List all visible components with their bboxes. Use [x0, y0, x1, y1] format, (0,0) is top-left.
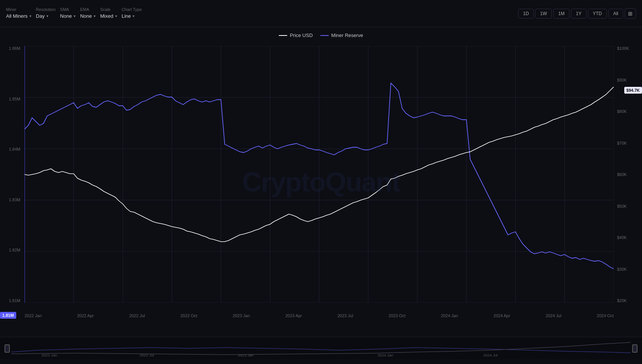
toolbar-right: 1D 1W 1M 1Y YTD All ⊞ — [518, 8, 636, 19]
mini-label-2024jul: 2024 Jul — [483, 353, 498, 357]
price-legend-item: Price USD — [279, 32, 313, 38]
chart-legend: Price USD Miner Reserve — [279, 32, 363, 38]
y-right-70k: $70K — [617, 141, 627, 145]
time-button-1w[interactable]: 1W — [535, 9, 552, 19]
mini-chart: 2022 Jan 2022 Jul 2023 Jan 2024 Jan 2024… — [0, 337, 642, 359]
x-label-2022apr: 2022 Apr — [77, 313, 94, 318]
mini-label-2022jan: 2022 Jan — [42, 353, 57, 357]
x-label-2022oct: 2022 Oct — [181, 313, 198, 318]
miner-dropdown[interactable]: All Miners ▾ — [6, 12, 31, 20]
scale-label: Scale — [100, 7, 117, 12]
y-right-80k: $80K — [617, 109, 627, 114]
y-left-6: 1.81M — [9, 298, 20, 303]
scale-value: Mixed — [100, 13, 113, 19]
resolution-label: Resolution — [36, 7, 56, 12]
calendar-button[interactable]: ⊞ — [625, 8, 636, 19]
miner-dropdown-group: Miner All Miners ▾ — [6, 7, 31, 20]
time-button-ytd[interactable]: YTD — [588, 9, 607, 19]
x-axis: 2022 Jan 2022 Apr 2022 Jul 2022 Oct 2023… — [25, 313, 614, 318]
sma-dropdown[interactable]: None ▾ — [60, 12, 76, 20]
scale-chevron-icon: ▾ — [115, 14, 117, 18]
calendar-icon: ⊞ — [628, 11, 633, 17]
price-tooltip-value: $94.7K — [627, 88, 640, 93]
sma-label: SMA — [60, 7, 76, 12]
x-label-2024jul: 2024 Jul — [546, 313, 562, 318]
x-label-2023jul: 2023 Jul — [337, 313, 353, 318]
chart-type-dropdown-group: Chart Type Line ▾ — [122, 7, 142, 20]
y-left-2: 1.85M — [9, 97, 20, 101]
price-legend-line — [279, 35, 287, 36]
x-label-2024oct: 2024 Oct — [597, 313, 614, 318]
y-right-30k: $30K — [617, 267, 627, 271]
y-left-3: 1.84M — [9, 147, 20, 151]
x-label-2024jan: 2024 Jan — [441, 313, 458, 318]
mini-chart-svg: 2022 Jan 2022 Jul 2023 Jan 2024 Jan 2024… — [0, 337, 642, 359]
chart-type-chevron-icon: ▾ — [133, 14, 134, 18]
toolbar-left: Miner All Miners ▾ Resolution Day ▾ SMA … — [6, 7, 515, 20]
sma-chevron-icon: ▾ — [74, 14, 76, 18]
ema-dropdown[interactable]: None ▾ — [80, 12, 96, 20]
chart-type-value: Line — [122, 13, 131, 19]
x-label-2023apr: 2023 Apr — [286, 313, 302, 318]
resolution-value: Day — [36, 13, 45, 19]
reserve-label: 1.81M — [0, 312, 16, 319]
ema-value: None — [80, 13, 92, 19]
mini-label-2023jan: 2023 Jan — [238, 353, 253, 357]
y-axis-right: $100K $90K $80K $70K $60K $50K $40K $30K… — [615, 46, 642, 303]
y-left-4: 1.83M — [9, 197, 20, 202]
time-button-1y[interactable]: 1Y — [571, 9, 586, 19]
y-right-50k: $50K — [617, 204, 627, 208]
x-label-2023jan: 2023 Jan — [233, 313, 250, 318]
miner-value: All Miners — [6, 13, 28, 19]
x-label-2024apr: 2024 Apr — [494, 313, 510, 318]
sma-dropdown-group: SMA None ▾ — [60, 7, 76, 20]
ema-chevron-icon: ▾ — [94, 14, 96, 18]
sma-value: None — [60, 13, 72, 19]
mini-handle-right[interactable] — [632, 344, 637, 353]
price-legend-label: Price USD — [290, 32, 313, 38]
time-button-all[interactable]: All — [608, 9, 623, 19]
y-right-90k: $90K — [617, 78, 627, 82]
miner-chevron-icon: ▾ — [29, 14, 31, 18]
chart-type-label: Chart Type — [122, 7, 142, 12]
resolution-chevron-icon: ▾ — [46, 14, 48, 18]
scale-dropdown[interactable]: Mixed ▾ — [100, 12, 117, 20]
chart-svg — [25, 46, 614, 303]
scale-dropdown-group: Scale Mixed ▾ — [100, 7, 117, 20]
price-tooltip: $94.7K — [624, 87, 642, 94]
ema-dropdown-group: EMA None ▾ — [80, 7, 96, 20]
reserve-legend-line — [320, 35, 329, 36]
miner-label: Miner — [6, 7, 31, 12]
y-right-100k: $100K — [617, 46, 629, 51]
chart-container: Price USD Miner Reserve 1.86M 1.85M 1.84… — [0, 27, 642, 337]
mini-handle-left[interactable] — [5, 344, 10, 353]
y-right-60k: $60K — [617, 172, 627, 177]
grid-lines — [25, 46, 614, 303]
reserve-legend-label: Miner Reserve — [331, 32, 363, 38]
x-label-2023oct: 2023 Oct — [389, 313, 406, 318]
mini-label-2024jan: 2024 Jan — [378, 353, 393, 357]
ema-label: EMA — [80, 7, 96, 12]
time-button-1m[interactable]: 1M — [553, 9, 569, 19]
y-right-40k: $40K — [617, 235, 627, 240]
y-left-5: 1.82M — [9, 248, 20, 252]
resolution-dropdown[interactable]: Day ▾ — [36, 12, 56, 20]
resolution-dropdown-group: Resolution Day ▾ — [36, 7, 56, 20]
y-left-1: 1.86M — [9, 46, 20, 51]
toolbar: Miner All Miners ▾ Resolution Day ▾ SMA … — [0, 0, 642, 27]
x-label-2022jul: 2022 Jul — [129, 313, 145, 318]
y-axis-left: 1.86M 1.85M 1.84M 1.83M 1.82M 1.81M — [0, 46, 23, 303]
time-button-1d[interactable]: 1D — [518, 9, 534, 19]
svg-rect-19 — [0, 337, 642, 359]
reserve-legend-item: Miner Reserve — [320, 32, 363, 38]
chart-type-dropdown[interactable]: Line ▾ — [122, 12, 142, 20]
x-label-2022jan: 2022 Jan — [25, 313, 42, 318]
reserve-label-value: 1.81M — [2, 313, 14, 318]
mini-label-2022jul: 2022 Jul — [140, 353, 154, 357]
y-right-20k: $20K — [617, 298, 627, 303]
